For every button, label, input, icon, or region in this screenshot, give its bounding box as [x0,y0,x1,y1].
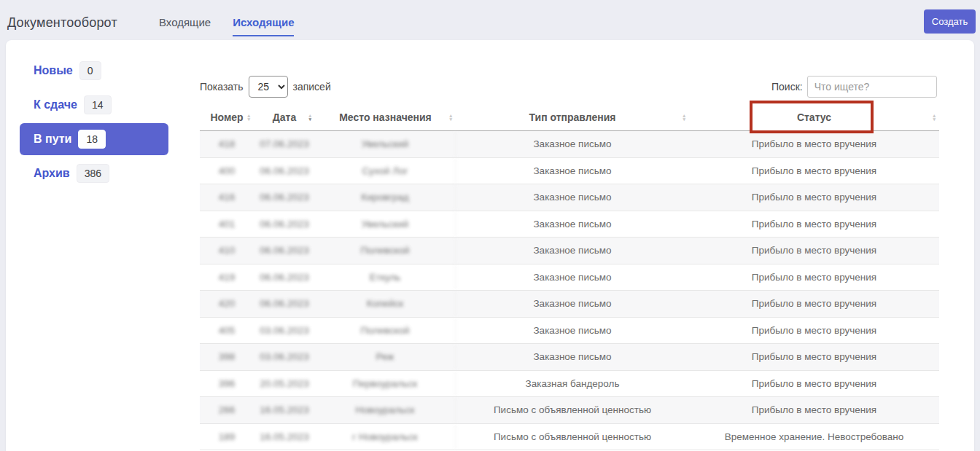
page-title: Документооборот [7,15,117,31]
cell-status: Прибыло в место вручения [689,264,939,291]
sort-arrows-icon[interactable]: ▴▾ [449,114,452,121]
cell-destination: Сухой Лог [315,158,456,184]
sort-arrows-icon[interactable]: ▴▾ [308,114,311,121]
table-row[interactable]: 41906.06.2023ЕткульЗаказное письмоПрибыл… [200,264,939,291]
cell-date: 06.06.2023 [254,238,315,264]
cell-type: Заказное письмо [456,344,689,370]
sort-arrows-icon[interactable]: ▴▾ [247,114,250,121]
cell-destination: Копейск [315,291,456,317]
table-body: 41807.06.2023УвельскийЗаказное письмоПри… [200,131,939,450]
sidebar-item-to-hand-over[interactable]: К сдаче 14 [20,89,168,121]
cell-date: 06.06.2023 [254,158,315,184]
cell-number: 396 [200,371,254,397]
show-label: Показать [200,81,244,93]
column-label: Тип отправления [529,111,616,123]
cell-type: Письмо с объявленной ценностью [456,397,689,423]
column-header-date[interactable]: Дата▴▾ [254,103,315,130]
column-label: Место назначения [339,111,432,123]
cell-type: Письмо с объявленной ценностью [456,424,689,450]
cell-date: 06.06.2023 [254,211,315,238]
table-row[interactable]: 39803.06.2023РежЗаказное письмоПрибыло в… [200,344,939,371]
cell-status: Прибыло в место вручения [689,397,939,423]
cell-status: Прибыло в место вручения [689,211,939,238]
table-row[interactable]: 40503.06.2023ПолевскойЗаказное письмоПри… [200,318,939,345]
table-row[interactable]: 26616.05.2023НовоуральскПисьмо с объявле… [200,397,939,424]
cell-number: 405 [200,318,254,344]
cell-type: Заказная бандероль [456,371,689,397]
table-row[interactable]: 41807.06.2023УвельскийЗаказное письмоПри… [200,131,939,158]
cell-destination: Полевской [315,318,456,344]
cell-status: Прибыло в место вручения [689,184,939,211]
table-row[interactable]: 41006.06.2023ПолевскойЗаказное письмоПри… [200,238,939,264]
count-badge: 14 [84,95,112,114]
table-row[interactable]: 40106.06.2023УвельскийЗаказное письмоПри… [200,211,939,238]
count-badge: 18 [78,130,106,149]
shipments-table: Номер▴▾Дата▴▾Место назначения▴▾Тип отпра… [200,103,939,450]
cell-number: 189 [200,424,254,450]
cell-status: Прибыло в место вручения [689,371,939,397]
column-header-type[interactable]: Тип отправления▴▾ [456,103,689,130]
cell-number: 410 [200,238,254,264]
cell-status: Прибыло в место вручения [689,318,939,344]
cell-type: Заказное письмо [456,211,689,238]
cell-status: Прибыло в место вручения [689,344,939,370]
sidebar-item-label: В пути [34,133,71,146]
cell-destination: Первоуральск [315,371,456,397]
count-badge: 0 [79,61,101,80]
cell-destination: Полевской [315,238,456,264]
cell-type: Заказное письмо [456,264,689,291]
cell-date: 16.05.2023 [254,397,315,423]
page-size-select[interactable]: 25 [249,76,288,98]
cell-status: Прибыло в место вручения [689,238,939,264]
cell-date: 03.06.2023 [254,318,315,344]
tab-incoming[interactable]: Входящие [159,16,211,36]
cell-date: 06.06.2023 [254,291,315,317]
column-header-number[interactable]: Номер▴▾ [200,103,254,130]
cell-destination: Увельский [315,131,456,157]
sidebar-item-new[interactable]: Новые 0 [20,55,168,87]
cell-type: Заказное письмо [456,318,689,344]
cell-number: 398 [200,344,254,370]
sidebar-item-label: Новые [34,64,73,77]
column-header-destination[interactable]: Место назначения▴▾ [315,103,456,130]
table-row[interactable]: 40006.06.2023Сухой ЛогЗаказное письмоПри… [200,158,939,185]
cell-number: 401 [200,211,254,238]
table-row[interactable]: 41606.06.2023КировградЗаказное письмоПри… [200,184,939,211]
page-size-control: Показать 25 записей [200,76,331,98]
sidebar-item-label: Архив [34,167,70,180]
search-input[interactable] [807,76,937,98]
column-header-status[interactable]: Статус▴▾ [689,103,939,130]
sidebar: Новые 0 К сдаче 14 В пути 18 Архив 386 [20,55,168,192]
cell-type: Заказное письмо [456,238,689,264]
cell-status: Прибыло в место вручения [689,131,939,157]
cell-date: 16.05.2023 [254,424,315,450]
sidebar-item-archive[interactable]: Архив 386 [20,157,168,189]
cell-type: Заказное письмо [456,291,689,317]
cell-number: 400 [200,158,254,184]
column-label: Номер [210,111,243,123]
table-row[interactable]: 42006.06.2023КопейскЗаказное письмоПрибы… [200,291,939,318]
sort-arrows-icon[interactable]: ▴▾ [682,114,685,121]
cell-destination: Новоуральск [315,397,456,423]
column-label: Статус [797,111,831,123]
cell-date: 20.05.2023 [254,371,315,397]
top-bar: Документооборот Входящие Исходящие Созда… [0,0,980,40]
tab-outgoing[interactable]: Исходящие [233,16,294,36]
cell-destination: Реж [315,344,456,370]
sort-arrows-icon[interactable]: ▴▾ [933,114,936,121]
cell-number: 420 [200,291,254,317]
cell-destination: Кировград [315,184,456,211]
cell-destination: г Новоуральск [315,424,456,450]
cell-date: 06.06.2023 [254,184,315,211]
sidebar-item-in-transit[interactable]: В пути 18 [20,123,168,155]
create-button[interactable]: Создать [924,9,976,34]
cell-date: 03.06.2023 [254,344,315,370]
column-label: Дата [273,111,296,123]
tabs: Входящие Исходящие [159,16,294,36]
sidebar-item-label: К сдаче [34,98,77,111]
table-row[interactable]: 39620.05.2023ПервоуральскЗаказная бандер… [200,371,939,398]
cell-status: Временное хранение. Невостребовано [689,424,939,450]
table-header-row: Номер▴▾Дата▴▾Место назначения▴▾Тип отпра… [200,103,939,131]
count-badge: 386 [77,164,109,183]
table-row[interactable]: 18916.05.2023г НовоуральскПисьмо с объяв… [200,424,939,451]
